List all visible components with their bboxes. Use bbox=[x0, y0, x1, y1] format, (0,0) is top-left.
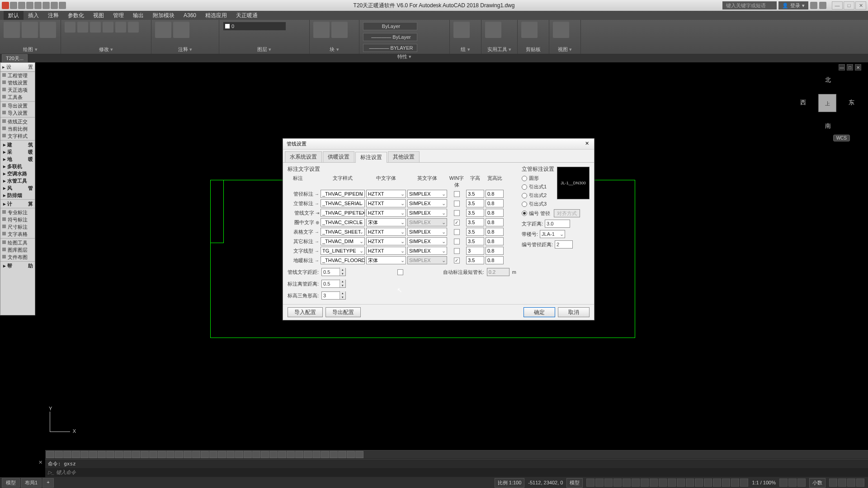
osnap-icon[interactable] bbox=[72, 451, 80, 458]
minimize-button[interactable]: — bbox=[832, 1, 843, 9]
dimension-icon[interactable] bbox=[173, 22, 189, 38]
width-ratio-input[interactable]: 0.8 bbox=[486, 190, 504, 198]
tab-view[interactable]: 视图 bbox=[89, 11, 108, 20]
num-pipe-dist-input[interactable]: 2 bbox=[555, 240, 573, 249]
pipe-text-dist-input[interactable]: 0.5 bbox=[321, 268, 346, 276]
palette-item[interactable]: 工程管理 bbox=[0, 72, 35, 79]
layer-dropdown[interactable]: 0 bbox=[223, 22, 286, 31]
text-height-input[interactable]: 3.5 bbox=[466, 237, 484, 245]
model-tab[interactable]: 模型 bbox=[2, 478, 20, 488]
tab-heating[interactable]: 供暖设置 bbox=[323, 151, 354, 162]
tab-other[interactable]: 其他设置 bbox=[388, 151, 420, 162]
osnap-icon[interactable] bbox=[304, 451, 312, 458]
win-font-checkbox[interactable] bbox=[454, 239, 460, 244]
osnap-icon[interactable] bbox=[123, 451, 132, 458]
palette-item[interactable]: 绘图工具 bbox=[0, 239, 35, 246]
text-height-input[interactable]: 3.5 bbox=[466, 256, 484, 264]
osnap-icon[interactable] bbox=[201, 451, 209, 458]
command-line[interactable]: 命令: gxsz ▷_键入命令 bbox=[45, 459, 868, 477]
en-font-dropdown[interactable]: SIMPLEX bbox=[407, 228, 447, 236]
tab-annotate[interactable]: 注释 bbox=[43, 11, 63, 20]
width-ratio-input[interactable]: 0.8 bbox=[486, 237, 504, 245]
tab-addins[interactable]: 附加模块 bbox=[148, 11, 179, 20]
palette-item[interactable]: 文字样式 bbox=[0, 132, 35, 140]
with-floor-dropdown[interactable]: JLA-1 bbox=[540, 230, 565, 238]
status-toggle-icon[interactable] bbox=[704, 479, 712, 487]
cmd-close-icon[interactable]: ✕ bbox=[38, 460, 42, 465]
cn-font-dropdown[interactable]: HZTXT bbox=[366, 237, 406, 245]
app-icon[interactable] bbox=[2, 2, 9, 9]
stretch-icon[interactable] bbox=[90, 22, 101, 33]
status-toggle-icon[interactable] bbox=[731, 479, 739, 487]
line-icon[interactable] bbox=[4, 22, 20, 38]
win-font-checkbox[interactable] bbox=[454, 191, 460, 197]
osnap-icon[interactable] bbox=[106, 451, 114, 458]
osnap-icon[interactable] bbox=[218, 451, 226, 458]
text-distance-input[interactable]: 3.0 bbox=[545, 220, 570, 228]
cn-font-dropdown[interactable]: HZTXT bbox=[366, 247, 406, 255]
tab-manage[interactable]: 管理 bbox=[108, 11, 128, 20]
copy-icon[interactable] bbox=[77, 22, 88, 33]
status-toggle-icon[interactable] bbox=[713, 479, 721, 487]
drawing-tab[interactable]: T20天... bbox=[2, 54, 28, 63]
status-toggle-icon[interactable] bbox=[659, 479, 667, 487]
tab-insert[interactable]: 插入 bbox=[24, 11, 43, 20]
osnap-icon[interactable] bbox=[55, 451, 63, 458]
status-toggle-icon[interactable] bbox=[788, 479, 797, 487]
panel-utilities-label[interactable]: 实用工具 bbox=[487, 47, 511, 52]
status-toggle-icon[interactable] bbox=[797, 479, 806, 487]
palette-item[interactable]: 符号标注 bbox=[0, 216, 35, 223]
osnap-icon[interactable] bbox=[338, 451, 346, 458]
status-toggle-icon[interactable] bbox=[586, 479, 594, 487]
riser-style-radio[interactable] bbox=[522, 176, 527, 181]
text-height-input[interactable]: 3.5 bbox=[466, 199, 484, 207]
panel-draw-label[interactable]: 绘图 bbox=[23, 47, 37, 52]
status-toggle-icon[interactable] bbox=[686, 479, 694, 487]
polyline-icon[interactable] bbox=[22, 22, 38, 38]
osnap-icon[interactable] bbox=[149, 451, 157, 458]
palette-group[interactable]: ▸ 多联机 bbox=[0, 163, 35, 170]
text-height-input[interactable]: 3.5 bbox=[466, 209, 484, 217]
osnap-icon[interactable] bbox=[115, 451, 123, 458]
osnap-icon[interactable] bbox=[355, 451, 363, 458]
palette-item[interactable]: 当前比例 bbox=[0, 125, 35, 132]
panel-group-label[interactable]: 组 bbox=[461, 47, 470, 52]
width-ratio-input[interactable]: 0.8 bbox=[486, 247, 504, 255]
status-toggle-icon[interactable] bbox=[829, 479, 837, 487]
compass-west[interactable]: 西 bbox=[800, 99, 806, 107]
vp-maximize-icon[interactable]: □ bbox=[847, 64, 853, 70]
qat-new-icon[interactable] bbox=[10, 2, 17, 9]
osnap-icon[interactable] bbox=[321, 451, 329, 458]
osnap-icon[interactable] bbox=[89, 451, 97, 458]
tab-featured[interactable]: 精选应用 bbox=[201, 11, 231, 20]
win-font-checkbox[interactable] bbox=[454, 258, 460, 263]
palette-item[interactable]: 导出设置 bbox=[0, 102, 35, 109]
win-font-checkbox[interactable] bbox=[454, 248, 460, 254]
scale-icon[interactable] bbox=[128, 22, 139, 33]
panel-layer-label[interactable]: 图层 bbox=[257, 47, 271, 52]
palette-item[interactable]: 管线设置 bbox=[0, 79, 35, 86]
osnap-icon[interactable] bbox=[46, 451, 54, 458]
space-field[interactable]: 模型 bbox=[566, 478, 583, 488]
text-style-dropdown[interactable]: _THVAC_PIPETEX bbox=[321, 209, 365, 217]
palette-header[interactable]: ▸ 设 置 bbox=[0, 63, 35, 72]
login-button[interactable]: 👤 登录 ▾ bbox=[778, 1, 808, 9]
vp-close-icon[interactable]: ✕ bbox=[855, 64, 861, 70]
cn-font-dropdown[interactable]: 宋体 bbox=[366, 256, 406, 264]
panel-properties-label[interactable]: 特性 bbox=[397, 54, 411, 59]
wcs-badge[interactable]: WCS bbox=[833, 135, 850, 141]
osnap-icon[interactable] bbox=[269, 451, 278, 458]
close-button[interactable]: ✕ bbox=[855, 1, 866, 9]
layout-tab[interactable]: 布局1 bbox=[21, 478, 42, 488]
base-icon[interactable] bbox=[553, 22, 569, 38]
compass-top-face[interactable]: 上 bbox=[818, 94, 836, 112]
win-font-checkbox[interactable] bbox=[454, 201, 460, 206]
palette-item[interactable]: 图库图层 bbox=[0, 246, 35, 253]
cn-font-dropdown[interactable]: 宋体 bbox=[366, 218, 406, 226]
osnap-icon[interactable] bbox=[80, 451, 89, 458]
lineweight-dropdown[interactable]: ———— ByLayer bbox=[363, 33, 417, 41]
palette-group[interactable]: ▸ 采暖 bbox=[0, 148, 35, 155]
en-font-dropdown[interactable]: SIMPLEX bbox=[407, 209, 447, 217]
width-ratio-input[interactable]: 0.8 bbox=[486, 199, 504, 207]
riser-style-radio[interactable] bbox=[522, 184, 527, 190]
